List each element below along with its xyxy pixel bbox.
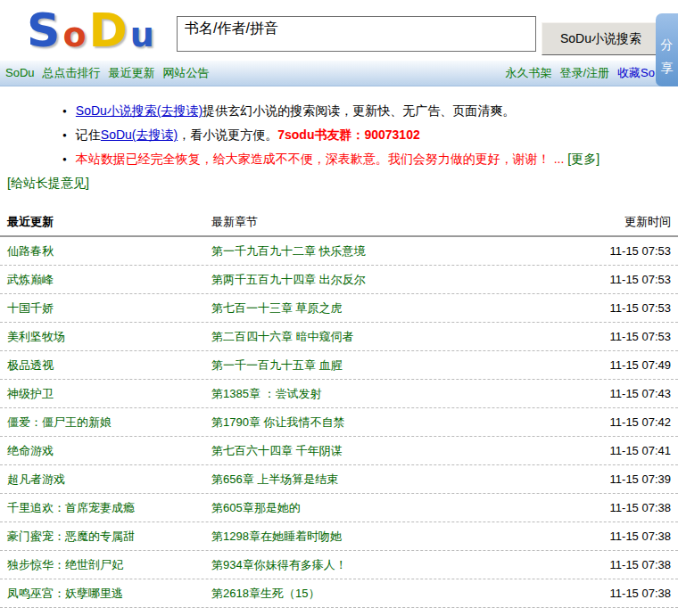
book-title-link[interactable]: 独步惊华：绝世剖尸妃 xyxy=(7,558,123,571)
site-notices: ●SoDu小说搜索(去搜读)提供玄幻小说的搜索阅读，更新快、无广告、页面清爽。 … xyxy=(7,99,617,194)
notice-text-segment: 记住 xyxy=(76,127,101,142)
nav-link[interactable]: 永久书架 xyxy=(505,66,551,79)
book-title-link[interactable]: 豪门蜜宠：恶魔的专属甜 xyxy=(7,530,135,543)
nav-link[interactable]: 收藏So xyxy=(617,66,655,79)
notice-text-segment: ，看小说更方便。 xyxy=(178,127,277,142)
chapter-link[interactable]: 第1298章在她睡着时吻她 xyxy=(211,530,342,543)
update-time: 11-15 07:53 xyxy=(592,301,671,315)
update-time: 11-15 07:38 xyxy=(592,530,671,543)
book-title-link[interactable]: 僵爱：僵尸王的新娘 xyxy=(7,415,112,429)
nav-link[interactable]: 网站公告 xyxy=(163,66,210,79)
share-tab-char-bottom: 享 xyxy=(656,56,678,79)
table-row: 神级护卫 第1385章 ：尝试发射 11-15 07:43 xyxy=(0,380,678,408)
chapter-link[interactable]: 第两千五百九十四章 出尔反尔 xyxy=(211,273,366,286)
chapter-link[interactable]: 第2618章生死（15） xyxy=(211,587,319,600)
table-body: 仙路春秋 第一千九百九十二章 快乐意境 11-15 07:53 武炼巅峰 第两千… xyxy=(0,237,678,608)
table-row: 极品透视 第一千一百九十五章 血腥 11-15 07:49 xyxy=(0,351,678,380)
update-time: 11-15 07:39 xyxy=(592,472,671,486)
bullet-icon: ● xyxy=(62,131,67,139)
update-time: 11-15 07:38 xyxy=(592,587,671,600)
table-row: 凤鸣巫宫：妖孽哪里逃 第2618章生死（15） 11-15 07:38 xyxy=(0,579,678,608)
chapter-link[interactable]: 第1790章 你让我情不自禁 xyxy=(211,415,345,429)
chapter-link[interactable]: 第656章 上半场算是结束 xyxy=(211,472,338,486)
book-title-link[interactable]: 仙路春秋 xyxy=(7,244,54,258)
update-time: 11-15 07:42 xyxy=(592,415,671,429)
update-time: 11-15 07:49 xyxy=(592,358,671,372)
table-row: 美利坚牧场 第二百四十六章 暗中窥伺者 11-15 07:53 xyxy=(0,323,678,351)
notice-text-segment: 7sodu书友群：90073102 xyxy=(277,127,420,142)
column-header-latest-chapter: 最新章节 xyxy=(211,214,592,230)
logo-letter: D xyxy=(89,4,130,57)
nav-link[interactable]: 最近更新 xyxy=(109,66,155,79)
logo-letter: o xyxy=(62,15,88,54)
logo-letter: u xyxy=(130,15,157,54)
sodu-homepage: SoDu SoDu小说搜索 分 享 SoDu总点击排行最近更新网站公告 永久书架… xyxy=(0,0,678,616)
book-title-link[interactable]: 绝命游戏 xyxy=(7,444,54,457)
chapter-link[interactable]: 第七百一十三章 草原之虎 xyxy=(211,301,343,315)
update-time: 11-15 07:38 xyxy=(592,501,671,514)
column-header-recent-updates: 最近更新 xyxy=(7,214,211,230)
update-time: 11-15 07:38 xyxy=(592,558,671,571)
update-time: 11-15 07:43 xyxy=(592,387,671,400)
notice-text-segment[interactable]: SoDu小说搜索(去搜读) xyxy=(76,103,203,118)
logo-letter: S xyxy=(27,4,62,57)
navbar-right-links: 永久书架登录/注册收藏So xyxy=(497,65,655,81)
table-row: 千里追欢：首席宠妻成瘾 第605章那是她的 11-15 07:38 xyxy=(0,494,678,522)
chapter-link[interactable]: 第七百六十四章 千年阴谋 xyxy=(211,444,343,457)
bullet-icon: ● xyxy=(62,107,67,115)
book-title-link[interactable]: 美利坚牧场 xyxy=(7,330,65,343)
nav-link[interactable]: SoDu xyxy=(5,66,35,79)
navbar-left-links: SoDu总点击排行最近更新网站公告 xyxy=(5,65,218,81)
chapter-link[interactable]: 第934章你妹得有多瘆人！ xyxy=(211,558,347,571)
notice-text: SoDu小说搜索(去搜读)提供玄幻小说的搜索阅读，更新快、无广告、页面清爽。 xyxy=(76,103,515,118)
nav-link[interactable]: 登录/注册 xyxy=(559,66,609,79)
table-row: 十国千娇 第七百一十三章 草原之虎 11-15 07:53 xyxy=(0,294,678,323)
table-row: 武炼巅峰 第两千五百九十四章 出尔反尔 11-15 07:53 xyxy=(0,266,678,294)
table-row: 僵爱：僵尸王的新娘 第1790章 你让我情不自禁 11-15 07:42 xyxy=(0,408,678,437)
table-row: 超凡者游戏 第656章 上半场算是结束 11-15 07:39 xyxy=(0,465,678,494)
notice-item: ●本站数据已经完全恢复，给大家造成不不便，深表歉意。我们会努力做的更好，谢谢！ … xyxy=(7,147,617,194)
notice-item: ●记住SoDu(去搜读)，看小说更方便。7sodu书友群：90073102 xyxy=(7,123,617,147)
notice-text: 本站数据已经完全恢复，给大家造成不不便，深表歉意。我们会努力做的更好，谢谢！ .… xyxy=(7,152,599,190)
share-tab-char-top: 分 xyxy=(656,33,678,56)
book-title-link[interactable]: 超凡者游戏 xyxy=(7,472,65,486)
table-row: 独步惊华：绝世剖尸妃 第934章你妹得有多瘆人！ 11-15 07:38 xyxy=(0,551,678,579)
share-tab[interactable]: 分 享 xyxy=(656,13,678,86)
update-time: 11-15 07:53 xyxy=(592,244,671,258)
chapter-link[interactable]: 第一千一百九十五章 血腥 xyxy=(211,358,343,372)
update-time: 11-15 07:41 xyxy=(592,444,671,457)
table-header-row: 最近更新 最新章节 更新时间 xyxy=(0,209,678,237)
chapter-link[interactable]: 第二百四十六章 暗中窥伺者 xyxy=(211,330,354,343)
nav-link[interactable]: 总点击排行 xyxy=(43,66,101,79)
bullet-icon: ● xyxy=(62,155,67,163)
navbar: SoDu总点击排行最近更新网站公告 永久书架登录/注册收藏So xyxy=(0,61,678,86)
book-title-link[interactable]: 千里追欢：首席宠妻成瘾 xyxy=(7,501,135,514)
search-button[interactable]: SoDu小说搜索 xyxy=(542,22,660,55)
book-title-link[interactable]: 十国千娇 xyxy=(7,301,54,315)
chapter-link[interactable]: 第1385章 ：尝试发射 xyxy=(211,387,322,400)
notice-text-segment: 本站数据已经完全恢复，给大家造成不不便，深表歉意。我们会努力做的更好，谢谢！ .… xyxy=(76,152,567,166)
chapter-link[interactable]: 第一千九百九十二章 快乐意境 xyxy=(211,244,366,258)
recent-updates-table: 最近更新 最新章节 更新时间 仙路春秋 第一千九百九十二章 快乐意境 11-15… xyxy=(0,209,678,608)
book-title-link[interactable]: 神级护卫 xyxy=(7,387,54,400)
book-title-link[interactable]: 凤鸣巫宫：妖孽哪里逃 xyxy=(7,587,123,600)
update-time: 11-15 07:53 xyxy=(592,330,671,343)
notice-text: 记住SoDu(去搜读)，看小说更方便。7sodu书友群：90073102 xyxy=(76,127,420,142)
notice-text-segment[interactable]: SoDu(去搜读) xyxy=(101,127,178,142)
table-row: 仙路春秋 第一千九百九十二章 快乐意境 11-15 07:53 xyxy=(0,237,678,266)
column-header-update-time: 更新时间 xyxy=(592,214,671,230)
search-input[interactable] xyxy=(177,16,536,52)
book-title-link[interactable]: 极品透视 xyxy=(7,358,54,372)
update-time: 11-15 07:53 xyxy=(592,273,671,286)
table-row: 豪门蜜宠：恶魔的专属甜 第1298章在她睡着时吻她 11-15 07:38 xyxy=(0,522,678,551)
notice-text-segment[interactable]: [更多] xyxy=(567,152,599,166)
notice-text-segment[interactable]: [给站长提意见] xyxy=(7,176,89,190)
chapter-link[interactable]: 第605章那是她的 xyxy=(211,501,301,514)
notice-text-segment: 提供玄幻小说的搜索阅读，更新快、无广告、页面清爽。 xyxy=(203,103,515,118)
notice-item: ●SoDu小说搜索(去搜读)提供玄幻小说的搜索阅读，更新快、无广告、页面清爽。 xyxy=(7,99,617,123)
book-title-link[interactable]: 武炼巅峰 xyxy=(7,273,54,286)
table-row: 绝命游戏 第七百六十四章 千年阴谋 11-15 07:41 xyxy=(0,437,678,465)
